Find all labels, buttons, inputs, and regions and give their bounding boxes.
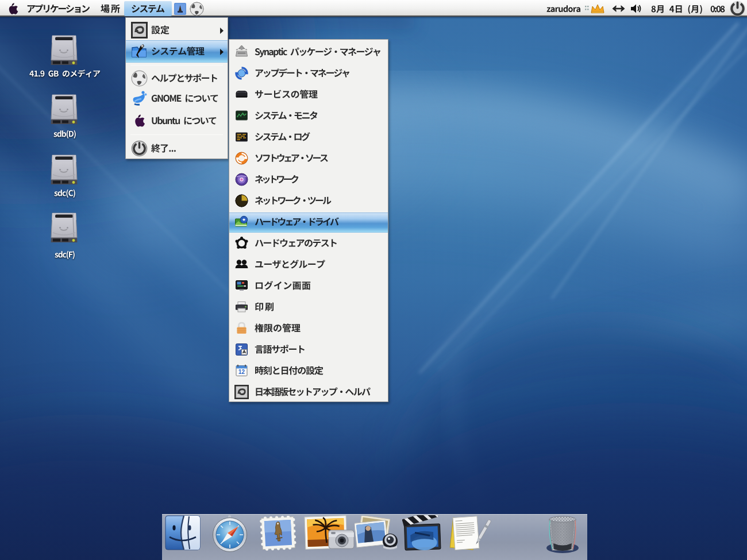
svg-text:12: 12 — [238, 369, 245, 375]
